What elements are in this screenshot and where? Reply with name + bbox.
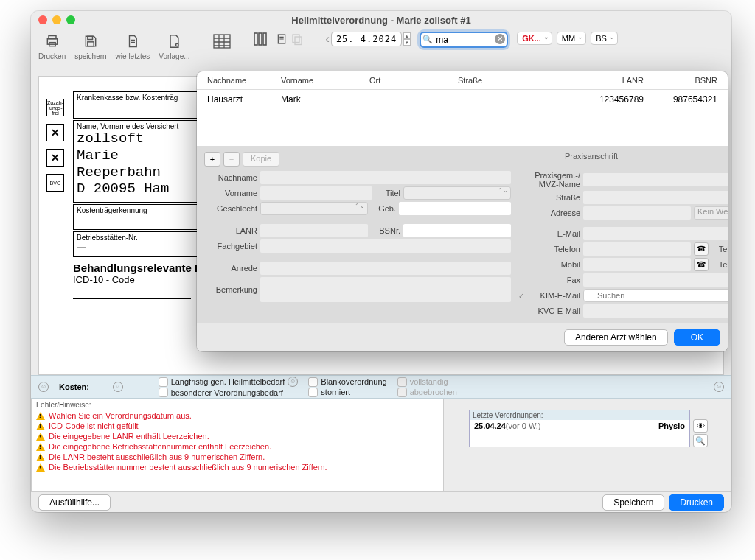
copy-icon bbox=[290, 32, 304, 46]
email-input[interactable] bbox=[583, 227, 728, 240]
doctor-dropdown-panel: Nachname Vorname Ort Straße LANR BSNR Ha… bbox=[197, 71, 728, 351]
footer-print-button[interactable]: Drucken bbox=[669, 494, 724, 511]
ok-button[interactable]: OK bbox=[674, 329, 720, 346]
praxisgem-input[interactable] bbox=[583, 173, 728, 186]
lanr-input[interactable] bbox=[260, 224, 368, 237]
bvg-tab[interactable]: BVG bbox=[46, 174, 64, 192]
col-vorname[interactable]: Vorname bbox=[278, 74, 366, 86]
recent-view-button[interactable]: 👁 bbox=[693, 419, 708, 433]
error-panel: Fehler/Hinweise: Wählen Sie ein Verordnu… bbox=[31, 399, 444, 491]
mobil-input[interactable] bbox=[583, 258, 691, 271]
tab-x1[interactable]: ✕ bbox=[46, 124, 64, 141]
tab-x2[interactable]: ✕ bbox=[46, 149, 64, 167]
langfristig-checkbox[interactable] bbox=[159, 377, 168, 387]
bs-dropdown[interactable]: BS bbox=[591, 32, 618, 45]
titlebar: Heilmittelverordnung - Marie zollsoft #1 bbox=[31, 11, 731, 29]
kvc-input[interactable] bbox=[583, 304, 728, 318]
col-lanr[interactable]: LANR bbox=[573, 74, 647, 86]
zuzahlung-tab[interactable]: Zuzah- lungs- frei bbox=[46, 99, 64, 116]
document-icon bbox=[123, 32, 142, 51]
like-last-button[interactable]: wie letztes bbox=[116, 32, 150, 60]
template-icon bbox=[164, 32, 184, 51]
praxis-title: Praxisanschrift bbox=[462, 152, 720, 161]
date-field[interactable]: 25. 4.2024 bbox=[331, 32, 402, 46]
adresse-select[interactable]: Kein Wert bbox=[694, 206, 728, 220]
telefon-input[interactable] bbox=[583, 242, 691, 256]
save-toolbar-button[interactable]: speichern bbox=[74, 32, 106, 60]
phone1-icon[interactable]: ☎ bbox=[694, 242, 709, 256]
strasse-input[interactable] bbox=[583, 191, 728, 204]
date-prev-button[interactable]: ‹ bbox=[326, 32, 330, 46]
warning-icon bbox=[36, 463, 45, 472]
bsnr-input[interactable] bbox=[403, 224, 511, 237]
recent-prescriptions-panel: Letzte Verordnungen: 25.04.24(vor 0 W.) … bbox=[469, 410, 690, 447]
fax-input[interactable] bbox=[583, 273, 728, 287]
geb-input[interactable] bbox=[399, 202, 511, 215]
doctor-result-row[interactable]: Hausarzt Mark 123456789 987654321 bbox=[197, 90, 728, 109]
print-toolbar-button[interactable]: Drucken bbox=[38, 32, 66, 60]
nachname-input[interactable] bbox=[260, 171, 511, 184]
window-title: Heilmittelverordnung - Marie zollsoft #1 bbox=[31, 15, 731, 26]
help-button[interactable]: Ausfüllhilfe... bbox=[38, 494, 111, 511]
kim-checkbox[interactable]: ✓ bbox=[518, 292, 526, 300]
col-strasse[interactable]: Straße bbox=[455, 74, 573, 86]
smiley1-icon[interactable]: ☺ bbox=[38, 382, 49, 392]
printer-icon bbox=[43, 32, 62, 51]
titel-select[interactable] bbox=[403, 186, 511, 200]
warning-icon bbox=[36, 443, 45, 451]
smiley2-icon[interactable]: ☺ bbox=[113, 382, 123, 392]
abgebrochen-checkbox bbox=[397, 388, 407, 397]
kosten-label: Kosten: bbox=[59, 382, 89, 391]
warning-icon bbox=[36, 412, 45, 420]
svg-rect-20 bbox=[293, 35, 299, 43]
besonderer-checkbox[interactable] bbox=[159, 388, 168, 397]
gk-dropdown[interactable]: GK... bbox=[517, 32, 552, 45]
footer: Ausfüllhilfe... Speichern Drucken bbox=[31, 491, 731, 512]
warning-icon bbox=[36, 453, 45, 461]
search-icon: 🔍 bbox=[422, 35, 433, 44]
mobile-icon[interactable]: ☎ bbox=[694, 258, 709, 271]
col-ort[interactable]: Ort bbox=[366, 74, 455, 86]
footer-save-button[interactable]: Speichern bbox=[602, 494, 664, 511]
other-doctor-button[interactable]: Anderen Arzt wählen bbox=[564, 329, 668, 346]
smiley3-icon[interactable]: ☺ bbox=[288, 377, 298, 387]
anrede-input[interactable] bbox=[260, 262, 511, 275]
fachgebiet-input[interactable] bbox=[260, 239, 511, 253]
vorname-input[interactable] bbox=[260, 186, 372, 200]
mm-dropdown[interactable]: MM bbox=[557, 32, 586, 45]
columns-icon[interactable] bbox=[254, 32, 273, 46]
toolbar: Drucken speichern wie letztes Vorlage... bbox=[31, 29, 731, 71]
svg-rect-4 bbox=[88, 42, 94, 46]
col-bsnr[interactable]: BSNR bbox=[647, 74, 720, 86]
add-doctor-button[interactable]: + bbox=[204, 152, 220, 167]
col-nachname[interactable]: Nachname bbox=[204, 74, 278, 86]
date-stepper[interactable]: ▴▾ bbox=[403, 32, 411, 46]
geschlecht-select[interactable] bbox=[260, 202, 368, 215]
svg-rect-21 bbox=[295, 37, 302, 45]
kopie-button: Kopie bbox=[243, 152, 279, 167]
maximize-icon[interactable] bbox=[66, 15, 75, 24]
blanko-checkbox[interactable] bbox=[308, 377, 318, 387]
template-button[interactable]: Vorlage... bbox=[159, 32, 189, 60]
warning-icon bbox=[36, 433, 45, 441]
svg-rect-16 bbox=[263, 33, 266, 45]
error-header: Fehler/Hinweise: bbox=[32, 399, 443, 410]
close-icon[interactable] bbox=[38, 15, 47, 24]
catalog-grid-button[interactable] bbox=[212, 32, 232, 51]
bemerkung-input[interactable] bbox=[260, 277, 511, 302]
main-window: Heilmittelverordnung - Marie zollsoft #1… bbox=[31, 11, 731, 512]
grid-icon bbox=[212, 32, 232, 51]
svg-point-7 bbox=[176, 43, 178, 46]
kim-search-input[interactable] bbox=[583, 289, 728, 302]
recent-header: Letzte Verordnungen: bbox=[470, 410, 689, 420]
vollstaendig-checkbox bbox=[397, 377, 407, 387]
doc-small-icon[interactable] bbox=[276, 32, 288, 46]
recent-row[interactable]: 25.04.24(vor 0 W.) Physio bbox=[470, 420, 689, 432]
warning-icon bbox=[36, 422, 45, 430]
minimize-icon[interactable] bbox=[52, 15, 61, 24]
smiley4-icon[interactable]: ☺ bbox=[714, 382, 724, 392]
storniert-checkbox[interactable] bbox=[308, 388, 318, 397]
adresse-input[interactable] bbox=[583, 206, 691, 220]
recent-search-button[interactable]: 🔍 bbox=[693, 434, 708, 447]
remove-doctor-button: − bbox=[223, 152, 240, 167]
